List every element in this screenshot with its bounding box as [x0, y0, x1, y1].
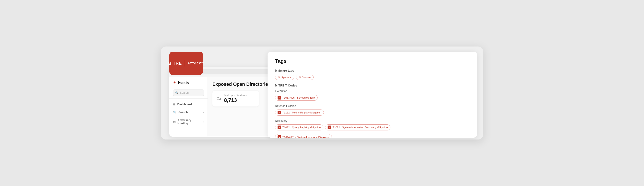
- discovery-tags-row: M T1012 - Query Registry Mitigation M T1…: [275, 124, 470, 130]
- m-badge-4: M: [328, 126, 331, 129]
- xworm-label: Xworm: [302, 76, 310, 79]
- hunt-search-input-container[interactable]: 🔍 Search: [173, 90, 204, 96]
- tag-t1053[interactable]: M T1053.005 - Scheduled Task: [275, 95, 318, 101]
- xworm-icon: ✳: [299, 76, 301, 79]
- mitre-logo-card: MITRE ATT&CK™: [170, 52, 203, 75]
- t1012-label: T1012 - Query Registry Mitigation: [282, 126, 320, 129]
- t1053-label: T1053.005 - Scheduled Task: [282, 96, 315, 99]
- malware-tags-row: ✳ Spynote ✳ Xworm: [275, 75, 470, 80]
- mitre-logo-text: MITRE ATT&CK™: [168, 60, 204, 66]
- stat-label: Total Open Directories: [224, 94, 247, 96]
- hunt-search-bar[interactable]: 🔍 Search: [170, 87, 208, 99]
- t1082-label: T1082 - System Information Discovery Mit…: [332, 126, 388, 129]
- defense-evasion-category-label: Defense Evasion: [275, 104, 470, 108]
- chevron-down-icon: ▾: [203, 111, 204, 114]
- attck-text: ATT&CK™: [188, 62, 204, 65]
- m-badge-5: M: [278, 135, 281, 138]
- stat-card: 🗂 Total Open Directories 8,713: [212, 91, 259, 107]
- sidebar-dashboard-label: Dashboard: [177, 103, 204, 106]
- tag-xworm[interactable]: ✳ Xworm: [296, 75, 314, 80]
- hunt-title: Hunt.io: [178, 81, 189, 84]
- defense-evasion-tags-row: M T1112 - Modify Registry Mitigation: [275, 110, 470, 116]
- tag-t1614[interactable]: M T1614.001 - System Language Discovery: [275, 134, 332, 138]
- folder-icon: 🗂: [216, 96, 221, 102]
- discovery-category-label: Discovery: [275, 119, 470, 123]
- dashboard-icon: ⊞: [173, 103, 176, 106]
- search-icon: 🔍: [175, 91, 178, 94]
- hunt-logo-icon: ✦: [173, 80, 176, 85]
- execution-category-label: Execution: [275, 90, 470, 93]
- execution-tags-row: M T1053.005 - Scheduled Task: [275, 95, 470, 101]
- discovery2-tags-row: M T1614.001 - System Language Discovery: [275, 134, 470, 138]
- sidebar-item-dashboard[interactable]: ⊞ Dashboard: [170, 100, 208, 108]
- m-badge: M: [278, 96, 281, 100]
- mitre-text: MITRE: [168, 61, 182, 66]
- mitre-divider: [185, 60, 185, 66]
- sidebar-nav: ⊞ Dashboard 🔍 Search ▾ ▤ Adversary Hunti…: [170, 99, 208, 129]
- sidebar-item-adversary-hunting[interactable]: ▤ Adversary Hunting ▾: [170, 116, 208, 127]
- outer-container: MITRE ATT&CK™ ✦ Hunt.io: [161, 46, 483, 140]
- adversary-hunting-icon: ▤: [173, 120, 176, 123]
- sidebar-adversary-hunting-label: Adversary Hunting: [178, 119, 201, 125]
- hunt-header: ✦ Hunt.io: [170, 77, 208, 87]
- tag-t1082[interactable]: M T1082 - System Information Discovery M…: [325, 124, 390, 130]
- malware-tags-label: Malware tags: [275, 69, 470, 72]
- spynote-label: Spynote: [281, 76, 291, 79]
- hunt-sidebar: ✦ Hunt.io 🔍 Search ⊞ Dashboard 🔍: [170, 77, 208, 137]
- search-placeholder: Search: [180, 91, 189, 94]
- stat-value: 8,713: [224, 97, 247, 103]
- t1112-label: T1112 - Modify Registry Mitigation: [282, 111, 321, 114]
- m-badge-3: M: [278, 126, 281, 129]
- tag-t1012[interactable]: M T1012 - Query Registry Mitigation: [275, 124, 323, 130]
- search-nav-icon: 🔍: [173, 111, 176, 114]
- tags-panel: Tags Malware tags ✳ Spynote ✳ Xworm MITR…: [268, 52, 477, 138]
- stat-info: Total Open Directories 8,713: [224, 94, 247, 103]
- tag-spynote[interactable]: ✳ Spynote: [275, 75, 294, 80]
- tag-t1112[interactable]: M T1112 - Modify Registry Mitigation: [275, 110, 324, 116]
- t1614-label: T1614.001 - System Language Discovery: [282, 136, 330, 138]
- chevron-down-icon-2: ▾: [203, 121, 204, 123]
- sidebar-item-search[interactable]: 🔍 Search ▾: [170, 108, 208, 116]
- mitre-codes-label: MITRE T Codes: [275, 84, 470, 87]
- tags-title: Tags: [275, 58, 470, 64]
- sidebar-search-label: Search: [178, 111, 201, 114]
- spynote-icon: ✳: [278, 76, 280, 79]
- m-badge-2: M: [278, 111, 281, 114]
